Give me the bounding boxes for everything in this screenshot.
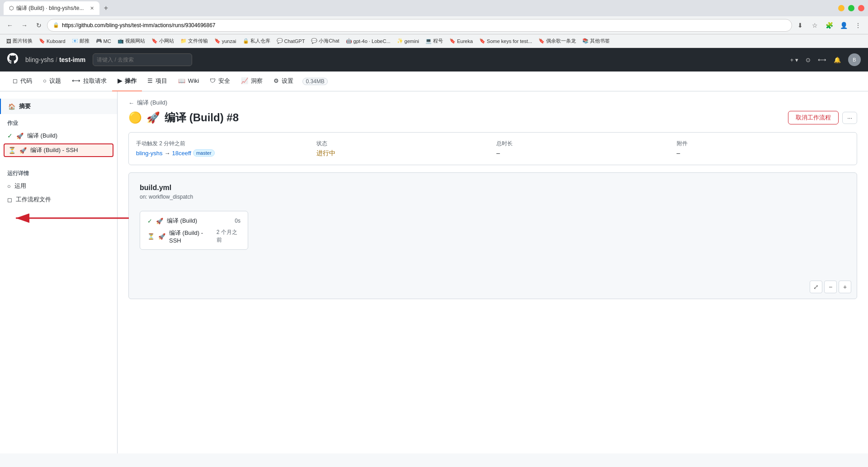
browser-action-buttons: ⬇ ☆ 🧩 👤 ⋮ — [794, 19, 864, 32]
back-arrow[interactable]: ← — [128, 100, 134, 106]
bookmark-file-transfer[interactable]: 📁 文件传输 — [178, 37, 211, 45]
sidebar-usage[interactable]: ○ 运用 — [0, 179, 117, 193]
job1-label: 编译 (Build) — [27, 132, 57, 140]
bookmark-label: 视频网站 — [125, 38, 145, 44]
issues-icon: ○ — [43, 77, 47, 84]
bookmark-eureka[interactable]: 🔖 Eureka — [447, 37, 476, 45]
branch-badge[interactable]: master — [193, 149, 215, 157]
menu-button[interactable]: ⋮ — [852, 19, 864, 32]
bookmark-video[interactable]: 📺 视频网站 — [115, 37, 148, 45]
browser-tabs: ⬡ 编译 (Build) · bling-yshs/te... ✕ + — [4, 0, 112, 16]
fullscreen-button[interactable]: ⤢ — [810, 281, 822, 293]
repo-name[interactable]: test-imm — [59, 56, 85, 63]
maximize-button[interactable] — [848, 5, 854, 11]
tab-favicon: ⬡ — [9, 5, 14, 11]
more-options-button[interactable]: ··· — [842, 112, 857, 124]
download-button[interactable]: ⬇ — [794, 19, 807, 32]
bookmark-yunzai[interactable]: 🔖 yunzai — [212, 37, 239, 45]
page-title-area: 🟡 🚀 编译 (Build) #8 取消工作流程 ··· — [128, 110, 857, 125]
bookmark-other[interactable]: 📚 其他书签 — [580, 37, 613, 45]
workflow-job-build[interactable]: ✓ 🚀 编译 (Build) 0s — [147, 217, 241, 225]
workflow-job-build-ssh[interactable]: ⏳ 🚀 编译 (Build) - SSH 2 个月之前 — [147, 229, 241, 244]
nav-settings[interactable]: ⚙ 设置 — [268, 71, 299, 91]
main-content: 🏠 摘要 作业 ✓ 🚀 编译 (Build) ⏳ 🚀 编译 (Build) - … — [0, 91, 868, 453]
workflow-diagram: build.yml on: workflow_dispatch ✓ 🚀 编译 (… — [128, 172, 857, 299]
bookmark-ouyu[interactable]: 🔖 偶余歌一条龙 — [536, 37, 579, 45]
nav-actions[interactable]: ▶ 操作 — [112, 71, 142, 91]
nav-projects[interactable]: ☰ 项目 — [142, 71, 173, 91]
bookmark-kuboard[interactable]: 🔖 Kuboard — [36, 37, 68, 45]
lock-icon: 🔒 — [53, 22, 59, 28]
status-value: 进行中 — [316, 149, 490, 157]
profile-button[interactable]: 👤 — [837, 19, 850, 32]
bookmark-chengma[interactable]: 💻 程号 — [423, 37, 446, 45]
zoom-in-button[interactable]: + — [839, 281, 851, 293]
settings-icon: ⚙ — [274, 77, 279, 84]
bookmark-private-repo[interactable]: 🔒 私人仓库 — [240, 37, 273, 45]
address-bar[interactable]: 🔒 — [47, 19, 792, 32]
new-tab-button[interactable]: + — [99, 2, 112, 14]
header-search-input[interactable] — [93, 53, 192, 66]
forward-button[interactable]: → — [18, 19, 31, 32]
sidebar-summary[interactable]: 🏠 摘要 — [0, 99, 117, 114]
bookmark-image-convert[interactable]: 🖼 图片转换 — [4, 37, 35, 45]
repo-separator: / — [56, 56, 57, 63]
cancel-workflow-button[interactable]: 取消工作流程 — [788, 111, 839, 124]
bookmark-label: MC — [104, 38, 111, 44]
job-duration: 0s — [235, 218, 241, 224]
breadcrumb: ← 编译 (Build) — [128, 99, 857, 107]
bookmark-gpt4[interactable]: 🤖 gpt-4o · LobeC... — [343, 37, 393, 45]
bookmark-small-site[interactable]: 🔖 小网站 — [149, 37, 177, 45]
sidebar-workflow-file[interactable]: ◻ 工作流程文件 — [0, 193, 117, 206]
minimize-button[interactable] — [838, 5, 844, 11]
bookmark-label: yunzai — [222, 38, 236, 44]
create-button[interactable]: + ▾ — [790, 57, 798, 63]
workflow-job-card[interactable]: ✓ 🚀 编译 (Build) 0s ⏳ 🚀 编译 (Build) - SSH 2… — [140, 211, 248, 250]
nav-security[interactable]: 🛡 安全 — [204, 71, 236, 91]
bookmark-label: 图片转换 — [13, 38, 33, 44]
bookmark-mail[interactable]: 📧 邮推 — [69, 37, 92, 45]
extension-button[interactable]: 🧩 — [823, 19, 835, 32]
arrow-icon: → — [165, 150, 170, 157]
commit-hash[interactable]: 18ceeff — [172, 150, 191, 157]
active-tab[interactable]: ⬡ 编译 (Build) · bling-yshs/te... ✕ — [4, 1, 99, 15]
tab-close-button[interactable]: ✕ — [90, 5, 94, 11]
pull-requests-button[interactable]: ⟷ — [818, 57, 826, 63]
url-input[interactable] — [62, 22, 786, 29]
repo-size-badge: 0.34MB — [302, 78, 327, 85]
close-button[interactable] — [858, 5, 864, 11]
bookmark-icon: 🤖 — [346, 38, 352, 44]
github-username[interactable]: bling-yshs — [25, 56, 54, 63]
sidebar-job-build[interactable]: ✓ 🚀 编译 (Build) — [0, 129, 117, 143]
bookmark-gemini[interactable]: ✨ gemini — [394, 37, 422, 45]
nav-wiki[interactable]: 📖 Wiki — [173, 71, 205, 91]
tab-title: 编译 (Build) · bling-yshs/te... — [16, 5, 84, 12]
nav-pull-requests[interactable]: ⟷ 拉取请求 — [66, 71, 112, 91]
user-avatar[interactable]: B — [848, 53, 861, 66]
bookmark-some-keys[interactable]: 🔖 Some keys for test... — [476, 37, 535, 45]
nav-code[interactable]: ◻ 代码 — [7, 71, 38, 91]
nav-insights[interactable]: 📈 洞察 — [236, 71, 268, 91]
bookmark-xiaochat[interactable]: 💬 小海Chat — [308, 37, 342, 45]
breadcrumb-text: 编译 (Build) — [137, 99, 167, 107]
workflow-file-icon: ◻ — [7, 196, 12, 203]
bookmark-mc[interactable]: 🎮 MC — [93, 37, 114, 45]
bookmark-button[interactable]: ☆ — [808, 19, 821, 32]
notifications-button[interactable]: 🔔 — [834, 57, 841, 63]
bookmark-chatgpt[interactable]: 💬 ChatGPT — [274, 37, 308, 45]
nav-issues[interactable]: ○ 议题 — [38, 71, 66, 91]
zoom-out-button[interactable]: − — [824, 281, 837, 293]
rocket-icon-2: 🚀 — [19, 147, 27, 154]
back-button[interactable]: ← — [4, 19, 16, 32]
workflow-trigger: on: workflow_dispatch — [140, 194, 846, 200]
refresh-button[interactable]: ↻ — [33, 19, 45, 32]
home-icon: 🏠 — [8, 103, 15, 110]
title-rocket-icon: 🚀 — [146, 111, 160, 124]
issues-button[interactable]: ⊙ — [806, 57, 811, 63]
sidebar-job-build-ssh[interactable]: ⏳ 🚀 编译 (Build) - SSH — [4, 143, 113, 157]
bookmark-label: Kuboard — [47, 38, 66, 44]
github-logo[interactable] — [7, 53, 18, 67]
wiki-icon: 📖 — [178, 77, 185, 84]
actor-name[interactable]: bling-yshs — [136, 150, 163, 157]
job-time-ago: 2 个月之前 — [217, 229, 241, 244]
